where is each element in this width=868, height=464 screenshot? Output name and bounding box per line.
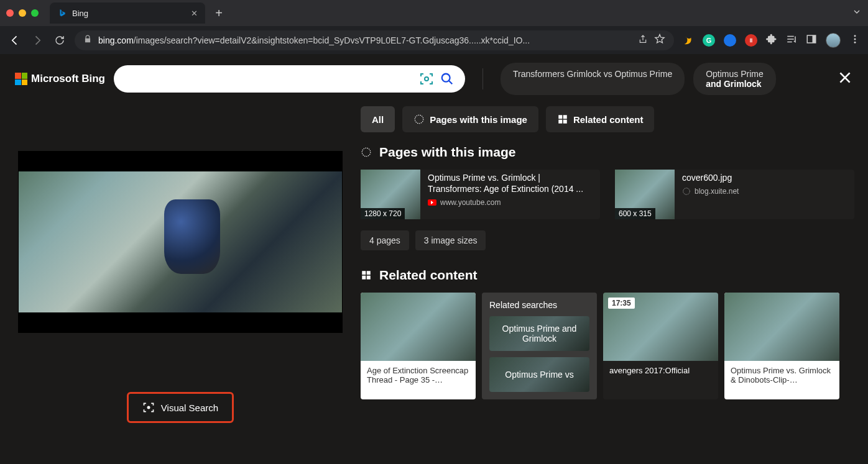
svg-point-4	[854, 41, 856, 43]
thumbnail: 1280 x 720	[361, 170, 420, 219]
result-caption: Age of Extinction Screencap Thread - Pag…	[361, 361, 476, 389]
extension-icon-blue[interactable]	[724, 34, 736, 47]
reload-button[interactable]	[52, 33, 67, 48]
browser-tab[interactable]: Bing ✕	[50, 2, 205, 24]
globe-icon	[682, 187, 691, 196]
svg-point-7	[147, 406, 150, 409]
suggestion-chips: Transformers Grimlock vs Optimus Prime O…	[501, 63, 776, 95]
tab-close-button[interactable]: ✕	[191, 9, 198, 18]
result-source: www.youtube.com	[428, 198, 594, 207]
image-preview[interactable]	[18, 151, 343, 333]
tab-title: Bing	[72, 9, 88, 18]
related-search-item[interactable]: Optimus Prime vs	[489, 357, 589, 392]
grammarly-extension-icon[interactable]: G	[703, 34, 715, 47]
browser-menu-button[interactable]	[849, 34, 861, 47]
svg-rect-9	[558, 115, 562, 119]
svg-point-3	[854, 38, 856, 40]
svg-point-13	[362, 148, 371, 157]
svg-point-6	[442, 74, 450, 82]
svg-rect-17	[362, 276, 366, 280]
content-area: Visual Search All Pages with this image …	[0, 101, 868, 464]
url-text: bing.com/images/search?view=detailV2&ins…	[98, 35, 632, 45]
suggestion-chip[interactable]: Transformers Grimlock vs Optimus Prime	[501, 63, 685, 95]
visual-search-icon[interactable]	[419, 71, 434, 86]
visual-search-button[interactable]: Visual Search	[127, 392, 234, 423]
search-input[interactable]	[125, 74, 413, 84]
search-box	[114, 65, 465, 93]
extension-icon[interactable]	[681, 34, 694, 47]
logo-text: Microsoft Bing	[31, 73, 105, 85]
back-button[interactable]	[7, 33, 22, 48]
thumbnail: 17:35	[603, 293, 718, 361]
video-duration-badge: 17:35	[608, 298, 635, 309]
youtube-icon	[428, 199, 436, 206]
page-content: Microsoft Bing Transformers Grimlock vs …	[0, 54, 868, 464]
lock-icon	[83, 35, 92, 45]
detail-tabs: All Pages with this image Related conten…	[361, 106, 854, 132]
result-source: blog.xuite.net	[682, 187, 848, 196]
section-title-related: Related content	[361, 268, 854, 283]
visual-search-glyph-icon	[142, 401, 155, 414]
close-detail-button[interactable]	[837, 70, 853, 88]
filter-pills: 4 pages 3 image sizes	[361, 230, 854, 250]
related-image-card[interactable]: Age of Extinction Screencap Thread - Pag…	[361, 293, 476, 399]
filter-pages-count[interactable]: 4 pages	[361, 230, 409, 250]
related-searches-card: Related searches Optimus Prime and Griml…	[482, 293, 597, 399]
extension-icon-red[interactable]	[745, 34, 757, 47]
microsoft-logo-icon	[15, 73, 27, 85]
svg-point-8	[415, 115, 423, 124]
page-result-card[interactable]: 600 x 315 cover600.jpg blog.xuite.net	[615, 170, 854, 219]
thumbnail: 600 x 315	[615, 170, 675, 219]
toolbar-right: G	[681, 33, 861, 48]
new-tab-button[interactable]: +	[210, 4, 228, 22]
extensions-button[interactable]	[766, 34, 777, 47]
microsoft-bing-logo[interactable]: Microsoft Bing	[15, 73, 105, 85]
nav-bar: bing.com/images/search?view=detailV2&ins…	[0, 26, 868, 54]
share-icon[interactable]	[638, 34, 648, 46]
tab-related-content[interactable]: Related content	[546, 106, 655, 132]
page-result-card[interactable]: 1280 x 720 Optimus Prime vs. Grimlock | …	[361, 170, 600, 219]
profile-avatar[interactable]	[826, 33, 841, 48]
related-search-item[interactable]: Optimus Prime and Grimlock	[489, 316, 589, 351]
globe-grid-icon	[413, 114, 425, 125]
image-dimensions: 600 x 315	[615, 208, 655, 219]
svg-rect-16	[367, 271, 371, 275]
reading-list-icon[interactable]	[786, 34, 797, 47]
grid-icon	[361, 270, 372, 281]
svg-rect-15	[362, 271, 366, 275]
tab-bar: Bing ✕ +	[0, 0, 868, 26]
search-icon[interactable]	[440, 72, 454, 86]
section-title-pages: Pages with this image	[361, 145, 854, 160]
minimize-window-button[interactable]	[19, 9, 26, 17]
tab-all[interactable]: All	[361, 106, 395, 132]
bing-favicon-icon	[57, 8, 67, 18]
page-header: Microsoft Bing Transformers Grimlock vs …	[0, 54, 868, 101]
maximize-window-button[interactable]	[31, 9, 39, 17]
window-controls	[6, 9, 39, 17]
thumbnail	[724, 293, 839, 361]
svg-rect-10	[563, 115, 567, 119]
address-bar[interactable]: bing.com/images/search?view=detailV2&ins…	[75, 30, 674, 50]
related-image-card[interactable]: Optimus Prime vs. Grimlock & Dinobots-Cl…	[724, 293, 839, 399]
filter-image-sizes[interactable]: 3 image sizes	[415, 230, 486, 250]
svg-rect-18	[367, 276, 371, 280]
result-title: Optimus Prime vs. Grimlock | Transformer…	[428, 172, 594, 194]
tabs-dropdown-button[interactable]	[852, 7, 862, 19]
svg-rect-12	[563, 120, 567, 124]
pages-with-image-list: 1280 x 720 Optimus Prime vs. Grimlock | …	[361, 170, 854, 219]
thumbnail	[361, 293, 476, 361]
divider	[482, 68, 483, 89]
related-image-card[interactable]: 17:35 avengers 2017:Official	[603, 293, 718, 399]
forward-button[interactable]	[30, 33, 45, 48]
svg-rect-1	[813, 35, 816, 43]
suggestion-chip[interactable]: Optimus Primeand Grimlock	[693, 63, 776, 95]
grid-icon	[557, 114, 568, 125]
close-window-button[interactable]	[6, 9, 14, 17]
tab-pages-with-image[interactable]: Pages with this image	[402, 106, 538, 132]
details-panel: All Pages with this image Related conten…	[361, 101, 868, 464]
svg-point-2	[854, 35, 856, 37]
side-panel-icon[interactable]	[806, 34, 817, 47]
svg-rect-11	[558, 120, 562, 124]
svg-point-5	[425, 77, 428, 81]
bookmark-icon[interactable]	[654, 34, 665, 47]
